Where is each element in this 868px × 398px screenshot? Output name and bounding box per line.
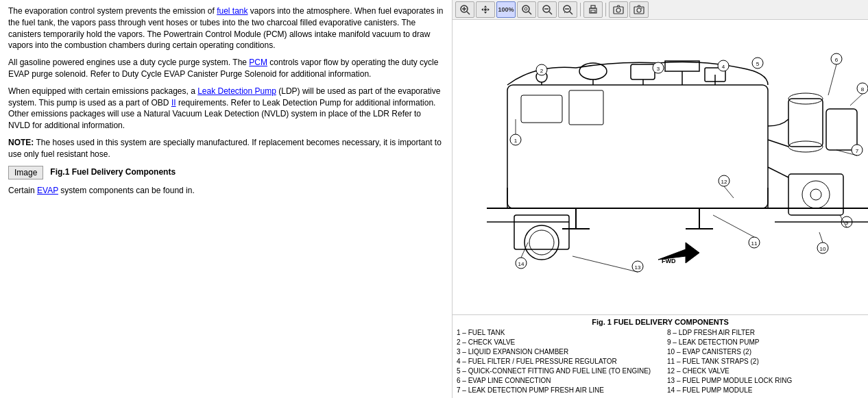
svg-line-1 [467, 12, 470, 14]
note-label: NOTE: [8, 138, 34, 147]
right-panel: 100% [453, 0, 868, 398]
svg-point-25 [637, 8, 641, 12]
pcm-link[interactable]: PCM [249, 58, 267, 67]
svg-text:3: 3 [657, 66, 660, 72]
svg-text:12: 12 [721, 179, 727, 185]
fig-title: Fig. 1 FUEL DELIVERY COMPONENTS [457, 318, 864, 326]
legend-grid: 1 – FUEL TANK 8 – LDP FRESH AIR FILTER 2… [457, 328, 864, 395]
image-button[interactable]: Image [8, 166, 43, 179]
svg-text:1: 1 [514, 138, 518, 144]
svg-point-9 [522, 5, 529, 12]
svg-point-11 [525, 8, 527, 10]
paragraph-3: When equipped with certain emissions pac… [8, 86, 444, 132]
svg-text:2: 2 [540, 68, 544, 74]
legend-item-8: 8 – LDP FRESH AIR FILTER [667, 328, 864, 338]
svg-text:14: 14 [518, 261, 525, 267]
paragraph-4: Certain EVAP system components can be fo… [8, 185, 444, 197]
legend-item-11: 11 – FUEL TANK STRAPS (2) [667, 357, 864, 366]
zoom-fit-button[interactable] [517, 1, 536, 18]
note-text: NOTE: The hoses used in this system are … [8, 137, 444, 160]
left-panel: The evaporation control system prevents … [0, 0, 453, 398]
legend-item-13: 13 – FUEL PUMP MODULE LOCK RING [667, 376, 864, 386]
toolbar: 100% [453, 0, 868, 20]
camera1-button[interactable] [609, 1, 628, 18]
diagram-container: FWD 1 2 3 4 5 6 [453, 20, 868, 314]
pan-button[interactable] [476, 1, 495, 18]
zoom-out-page-button[interactable] [538, 1, 557, 18]
svg-line-16 [570, 12, 572, 14]
fig-label: Fig.1 Fuel Delivery Components [50, 166, 176, 178]
zoom-in-button[interactable] [455, 1, 474, 18]
print-button[interactable] [583, 1, 603, 18]
legend-item-6: 6 – EVAP LINE CONNECTION [457, 376, 653, 386]
svg-marker-7 [487, 8, 490, 11]
svg-text:4: 4 [722, 64, 725, 70]
paragraph-1: The evaporation control system prevents … [8, 5, 444, 51]
obd-ii-link[interactable]: II [171, 98, 176, 108]
camera2-button[interactable] [629, 1, 649, 18]
svg-marker-5 [484, 12, 487, 14]
legend-item-5: 5 – QUICK-CONNECT FITTING AND FUEL LINE … [457, 366, 653, 376]
legend-item-3: 3 – LIQUID EXPANSION CHAMBER [457, 347, 653, 357]
legend-area: Fig. 1 FUEL DELIVERY COMPONENTS 1 – FUEL… [453, 314, 868, 398]
svg-rect-21 [591, 10, 595, 12]
legend-item-1: 1 – FUEL TANK [457, 328, 653, 338]
svg-line-10 [529, 12, 531, 14]
svg-text:8: 8 [861, 86, 865, 92]
legend-item-14: 14 – FUEL PUMP MODULE [667, 386, 864, 395]
svg-rect-20 [591, 5, 595, 8]
legend-item-12: 12 – CHECK VALVE [667, 366, 864, 376]
svg-text:FWD: FWD [662, 258, 676, 264]
toolbar-separator-2 [605, 3, 606, 16]
evap-link[interactable]: EVAP [37, 186, 58, 195]
svg-text:11: 11 [751, 240, 758, 247]
svg-point-8 [484, 8, 487, 11]
svg-marker-6 [481, 8, 483, 11]
legend-item-2: 2 – CHECK VALVE [457, 338, 653, 347]
legend-item-7: 7 – LEAK DETECTION PUMP FRESH AIR LINE [457, 386, 653, 395]
legend-item-9: 9 – LEAK DETECTION PUMP [667, 338, 864, 347]
svg-text:6: 6 [835, 57, 839, 63]
svg-text:5: 5 [756, 61, 760, 67]
legend-item-4: 4 – FUEL FILTER / FUEL PRESSURE REGULATO… [457, 357, 653, 366]
toolbar-separator-1 [580, 3, 581, 16]
paragraph-2: All gasoline powered engines use a duty … [8, 57, 444, 80]
diagram-area[interactable]: FWD 1 2 3 4 5 6 [453, 20, 868, 314]
svg-text:10: 10 [820, 246, 826, 252]
svg-point-23 [616, 8, 620, 12]
zoom-out-button[interactable] [558, 1, 577, 18]
legend-item-10: 10 – EVAP CANISTERS (2) [667, 347, 864, 357]
fuel-tank-link[interactable]: fuel tank [217, 6, 248, 16]
svg-text:7: 7 [856, 148, 859, 154]
ldp-link[interactable]: Leak Detection Pump [197, 86, 276, 96]
svg-text:13: 13 [635, 264, 641, 271]
svg-marker-4 [484, 5, 487, 8]
zoom-100-button[interactable]: 100% [496, 1, 516, 18]
image-row: Image Fig.1 Fuel Delivery Components [8, 166, 444, 179]
svg-line-13 [549, 12, 552, 14]
